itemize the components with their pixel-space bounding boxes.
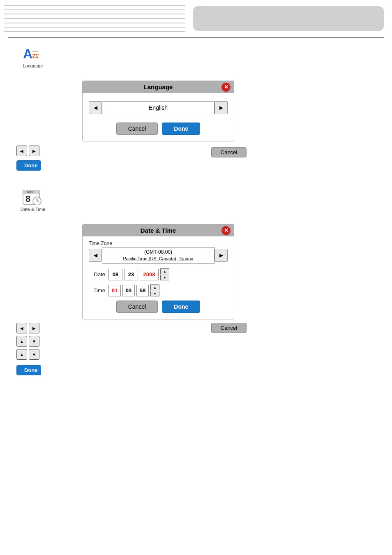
language-close-button[interactable]: ✕	[221, 83, 231, 92]
date-year-field: 2008	[140, 269, 159, 280]
datetime-dialog: Date & Time ✕ Time Zone ◀ (GMT-08:00) Pa…	[82, 224, 234, 319]
language-bottom-cancel-button[interactable]: Cancel	[211, 147, 247, 157]
datetime-small-next-button[interactable]: ▶	[29, 323, 39, 333]
datetime-icon-label: Date & Time	[21, 207, 46, 212]
datetime-small-date-updown: ▲ ▼	[16, 336, 82, 347]
datetime-icon-row: MAY 8 Date & Time	[16, 187, 376, 212]
datetime-done-button[interactable]: Done	[162, 301, 200, 313]
header-line	[4, 23, 185, 23]
time-row: Time 01 03 58 ▲ ▼	[89, 284, 228, 296]
language-icon-block: A 云 Language	[16, 46, 49, 68]
datetime-small-date-down-button[interactable]: ▼	[29, 336, 39, 347]
header-lines-decoration	[0, 0, 189, 37]
time-min-field: 03	[122, 285, 135, 296]
time-label: Time	[89, 287, 105, 294]
language-dialog-body: ◀ English ▶ Cancel Done	[83, 93, 234, 141]
language-bottom-row: ◀ ▶ Done Cancel	[16, 146, 376, 171]
language-prev-button[interactable]: ◀	[89, 101, 102, 114]
time-updown: ▲ ▼	[150, 284, 159, 296]
time-up-button[interactable]: ▲	[150, 284, 159, 290]
date-row: Date 08 23 2008 ▲ ▼	[89, 268, 228, 280]
datetime-bottom-left: ◀ ▶ ▲ ▼ ▲ ▼ Done	[16, 323, 82, 375]
datetime-cancel-button[interactable]: Cancel	[116, 301, 158, 313]
timezone-gmt: (GMT-08:00)	[144, 249, 172, 256]
svg-text:8: 8	[25, 194, 30, 204]
timezone-next-button[interactable]: ▶	[214, 249, 228, 262]
language-done-button[interactable]: Done	[162, 123, 200, 135]
header-line	[4, 31, 185, 32]
datetime-icon-block: MAY 8 Date & Time	[16, 187, 49, 212]
svg-text:MAY: MAY	[27, 191, 33, 194]
date-updown: ▲ ▼	[160, 268, 169, 280]
date-month-field: 08	[108, 269, 122, 280]
language-bottom-right: Cancel	[82, 146, 376, 157]
datetime-dialog-title: Date & Time	[141, 227, 176, 234]
datetime-bottom-cancel-button[interactable]: Cancel	[211, 323, 247, 333]
language-section: A 云 Language Language ✕ ◀ English ▶	[16, 46, 376, 171]
time-hour-field: 01	[108, 285, 121, 296]
language-dialog-titlebar: Language ✕	[83, 81, 234, 93]
datetime-small-time-up-button[interactable]: ▲	[16, 349, 27, 360]
timezone-value: (GMT-08:00) Pacific Time (US_Canada); Ti…	[102, 247, 214, 264]
header	[0, 0, 392, 37]
datetime-small-prev-button[interactable]: ◀	[16, 323, 27, 333]
header-line	[4, 14, 185, 14]
language-value: English	[102, 101, 214, 114]
timezone-label: Time Zone	[89, 240, 228, 246]
datetime-section: MAY 8 Date & Time Date & Time ✕ Time Zon	[16, 187, 376, 375]
datetime-icon: MAY 8	[22, 187, 44, 205]
language-icon-row: A 云 Language	[16, 46, 376, 68]
time-down-button[interactable]: ▼	[150, 291, 159, 296]
language-bottom-done-button[interactable]: Done	[16, 160, 41, 171]
date-label: Date	[89, 271, 105, 278]
datetime-dialog-buttons: Cancel Done	[89, 301, 228, 313]
language-icon-label: Language	[23, 63, 43, 68]
language-icon: A 云	[22, 46, 44, 62]
language-dialog: Language ✕ ◀ English ▶ Cancel Done	[82, 81, 234, 141]
language-cancel-button[interactable]: Cancel	[116, 123, 158, 135]
header-logo	[193, 6, 384, 31]
datetime-bottom-row: ◀ ▶ ▲ ▼ ▲ ▼ Done Cancel	[16, 323, 376, 375]
datetime-dialog-titlebar: Date & Time ✕	[83, 224, 234, 236]
date-day-field: 23	[124, 269, 138, 280]
language-small-nav: ◀ ▶	[16, 146, 39, 156]
datetime-bottom-done-button[interactable]: Done	[16, 365, 41, 375]
language-dialog-title: Language	[144, 83, 173, 90]
svg-text:云: 云	[31, 50, 39, 59]
header-line	[4, 9, 185, 10]
time-sec-field: 58	[136, 285, 149, 296]
header-line	[4, 18, 185, 19]
language-next-button[interactable]: ▶	[214, 101, 228, 114]
header-line	[4, 27, 185, 28]
language-bottom-left: ◀ ▶ Done	[16, 146, 82, 171]
timezone-name: Pacific Time (US_Canada); Tijuana	[123, 256, 193, 262]
date-up-button[interactable]: ▲	[160, 268, 169, 274]
datetime-close-button[interactable]: ✕	[221, 226, 231, 235]
language-dialog-buttons: Cancel Done	[89, 123, 228, 135]
timezone-prev-button[interactable]: ◀	[89, 249, 102, 262]
language-small-next-button[interactable]: ▶	[29, 146, 39, 156]
datetime-small-time-down-button[interactable]: ▼	[29, 349, 39, 360]
datetime-small-lr-nav: ◀ ▶	[16, 323, 82, 333]
timezone-row: ◀ (GMT-08:00) Pacific Time (US_Canada); …	[89, 247, 228, 264]
datetime-dialog-body: Time Zone ◀ (GMT-08:00) Pacific Time (US…	[83, 236, 234, 319]
header-line	[4, 5, 185, 6]
datetime-small-time-updown: ▲ ▼	[16, 349, 82, 360]
main-content: A 云 Language Language ✕ ◀ English ▶	[0, 38, 392, 400]
datetime-small-date-up-button[interactable]: ▲	[16, 336, 27, 347]
datetime-bottom-right: Cancel	[82, 323, 376, 333]
language-small-prev-button[interactable]: ◀	[16, 146, 27, 156]
language-selector-row: ◀ English ▶	[89, 101, 228, 114]
date-down-button[interactable]: ▼	[160, 275, 169, 280]
